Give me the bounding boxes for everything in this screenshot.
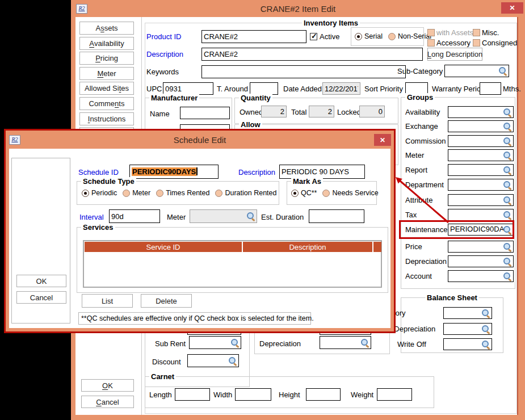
sidebar-button-comments[interactable]: Comments [79, 97, 134, 110]
balance-acc-depreciation-field[interactable] [443, 323, 492, 335]
product-id-input[interactable] [201, 30, 306, 43]
search-icon[interactable] [482, 309, 490, 318]
search-icon[interactable] [499, 67, 507, 75]
group-availability-field[interactable] [448, 106, 514, 118]
sub-category-input[interactable] [446, 66, 500, 75]
group-department-input[interactable] [449, 180, 505, 188]
carnet-height-input[interactable] [306, 388, 341, 401]
ok-button[interactable]: OK [81, 379, 134, 392]
depreciation-input[interactable] [321, 337, 362, 347]
sidebar-button-pricing[interactable]: Pricing [79, 52, 134, 65]
radio-times-rented[interactable]: Times Rented [156, 189, 209, 197]
group-commission-field[interactable] [448, 135, 514, 147]
balance-acc-depreciation-input[interactable] [444, 324, 483, 333]
close-icon[interactable]: ✕ [374, 134, 391, 146]
group-report-input[interactable] [449, 165, 505, 174]
search-icon[interactable] [503, 108, 512, 117]
radio-duration-rented[interactable]: Duration Rented [215, 189, 276, 197]
discount-input[interactable] [188, 355, 230, 365]
carnet-width-input[interactable] [235, 388, 271, 401]
radio-dot[interactable] [123, 190, 130, 197]
group-attribute-field[interactable] [448, 194, 514, 206]
radio-needs-service[interactable]: Needs Service [322, 189, 378, 197]
group-tax-input[interactable] [449, 210, 505, 219]
interval-input[interactable] [109, 209, 160, 223]
radio-non-serial[interactable]: Non-Serial [388, 32, 431, 40]
search-icon[interactable] [503, 272, 512, 281]
radio-dot[interactable] [156, 190, 163, 197]
group-account-field[interactable] [448, 270, 514, 282]
close-icon[interactable]: ✕ [501, 2, 523, 14]
radio-dot[interactable] [355, 33, 362, 40]
warranty-period-input[interactable] [480, 82, 501, 95]
with-assets-checkbox[interactable] [427, 29, 435, 36]
group-depreciation-input[interactable] [449, 257, 505, 265]
search-icon[interactable] [482, 325, 490, 334]
group-availability-input[interactable] [449, 107, 505, 116]
radio-qc[interactable]: QC** [291, 189, 317, 197]
consigned-checkbox[interactable] [473, 39, 480, 47]
group-exchange-field[interactable] [448, 120, 514, 132]
discount-field[interactable] [187, 354, 239, 367]
upc-input[interactable] [163, 82, 213, 95]
manufacturer-name-input[interactable] [180, 107, 230, 119]
delete-button[interactable]: Delete [141, 294, 192, 308]
group-report-field[interactable] [448, 164, 514, 176]
search-icon[interactable] [229, 357, 237, 366]
balance-write-off-field[interactable] [443, 338, 492, 350]
search-icon[interactable] [503, 137, 512, 146]
group-price-field[interactable] [448, 241, 514, 253]
t-around-input[interactable] [250, 82, 278, 95]
group-tax-field[interactable] [448, 209, 514, 221]
group-department-field[interactable] [448, 179, 514, 191]
carnet-length-input[interactable] [175, 388, 210, 401]
depreciation-field[interactable] [320, 336, 371, 349]
search-icon[interactable] [503, 152, 512, 160]
long-description-button[interactable]: Long Description [427, 48, 482, 61]
group-price-input[interactable] [449, 242, 505, 250]
carnet-weight-input[interactable] [377, 388, 412, 401]
keywords-input[interactable] [201, 65, 406, 78]
group-account-input[interactable] [449, 271, 505, 280]
description-input[interactable] [201, 48, 423, 61]
active-checkbox[interactable] [310, 33, 317, 40]
radio-dot[interactable] [291, 190, 299, 197]
radio-dot[interactable] [82, 190, 89, 197]
search-icon[interactable] [503, 211, 512, 220]
sub-category-field[interactable] [444, 65, 509, 77]
radio-meter[interactable]: Meter [123, 189, 150, 197]
sidebar-button-assets[interactable]: Assets [79, 22, 134, 35]
sub-rent-input[interactable] [190, 337, 232, 347]
cancel-button[interactable]: Cancel [81, 396, 134, 408]
schedule-id-field[interactable]: PERIODIC90DAYS [129, 165, 219, 179]
radio-dot[interactable] [215, 190, 222, 197]
dialog-ok-button[interactable]: OK [16, 275, 66, 287]
list-button[interactable]: List [82, 294, 133, 308]
search-icon[interactable] [503, 243, 512, 251]
group-commission-input[interactable] [449, 136, 505, 145]
group-meter-input[interactable] [449, 150, 505, 159]
sidebar-button-availability[interactable]: Availability [79, 37, 134, 50]
accessory-checkbox[interactable] [427, 39, 435, 47]
radio-periodic[interactable]: Periodic [82, 189, 117, 197]
search-icon[interactable] [231, 339, 240, 347]
search-icon[interactable] [503, 123, 512, 131]
balance-write-off-input[interactable] [444, 339, 483, 348]
group-meter-field[interactable] [448, 149, 514, 161]
sidebar-button-meter[interactable]: Meter [79, 67, 134, 80]
group-exchange-input[interactable] [449, 121, 505, 130]
search-icon[interactable] [247, 212, 255, 221]
balance-inventory-input[interactable] [444, 308, 483, 317]
search-icon[interactable] [503, 258, 512, 266]
dialog-cancel-button[interactable]: Cancel [16, 291, 66, 304]
group-attribute-input[interactable] [449, 195, 505, 204]
sub-rent-field[interactable] [189, 336, 241, 349]
misc-checkbox[interactable] [473, 29, 480, 36]
sidebar-button-instructions[interactable]: Instructions [79, 112, 134, 125]
radio-serial[interactable]: Serial [355, 32, 383, 40]
radio-dot[interactable] [388, 33, 396, 40]
balance-inventory-field[interactable] [443, 307, 492, 319]
search-icon[interactable] [503, 196, 512, 205]
sidebar-button-allowed-sites[interactable]: Allowed Sites [79, 82, 134, 95]
search-icon[interactable] [361, 339, 369, 347]
